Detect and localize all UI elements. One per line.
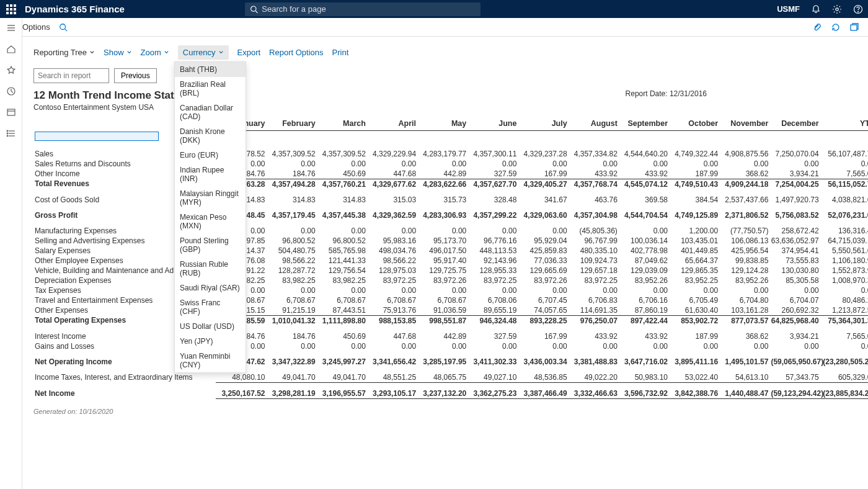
left-navigation-rail <box>0 18 22 37</box>
app-launcher-icon[interactable] <box>5 3 17 16</box>
svg-line-1 <box>255 11 257 12</box>
bell-icon[interactable] <box>811 4 821 14</box>
hamburger-icon[interactable] <box>6 23 16 33</box>
company-label[interactable]: USMF <box>777 4 800 14</box>
attach-icon[interactable] <box>812 22 822 32</box>
svg-line-18 <box>64 29 67 31</box>
global-search[interactable] <box>245 2 480 16</box>
svg-point-2 <box>836 7 838 10</box>
svg-rect-19 <box>851 25 857 30</box>
gear-icon[interactable] <box>832 4 842 14</box>
refresh-icon[interactable] <box>831 22 841 32</box>
svg-point-17 <box>60 24 66 29</box>
svg-point-4 <box>858 11 859 12</box>
find-icon[interactable] <box>59 23 68 32</box>
page-action-bar: Options <box>0 18 868 37</box>
svg-point-0 <box>251 6 256 11</box>
app-title: Dynamics 365 Finance <box>25 4 125 14</box>
popout-icon[interactable] <box>849 22 859 32</box>
options-menu[interactable]: Options <box>22 22 50 32</box>
global-search-input[interactable] <box>262 4 476 14</box>
top-app-bar: Dynamics 365 Finance USMF <box>0 0 868 18</box>
search-icon <box>250 5 258 14</box>
help-icon[interactable] <box>853 4 863 14</box>
